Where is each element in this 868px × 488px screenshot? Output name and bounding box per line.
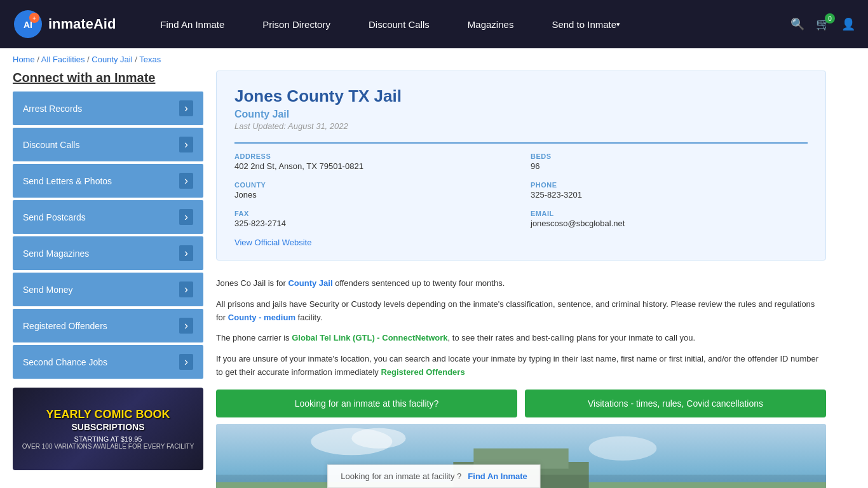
gtl-link[interactable]: Global Tel Link (GTL) - ConnectNetwork bbox=[292, 333, 447, 342]
sidebar-item-second-chance-jobs[interactable]: Second Chance Jobs › bbox=[13, 345, 203, 379]
address-block: ADDRESS 402 2nd St, Anson, TX 79501-0821 bbox=[234, 152, 512, 171]
registered-offenders-link[interactable]: Registered Offenders bbox=[381, 367, 465, 377]
county-label: COUNTY bbox=[234, 181, 512, 189]
phone-block: PHONE 325-823-3201 bbox=[531, 181, 808, 200]
arrow-icon-send-letters: › bbox=[179, 173, 193, 189]
sidebar-label-send-letters: Send Letters & Photos bbox=[23, 176, 112, 186]
fax-label: FAX bbox=[234, 210, 512, 217]
nav-find-inmate[interactable]: Find An Inmate bbox=[141, 0, 243, 48]
ad-title-line2: SUBSCRIPTIONS bbox=[71, 422, 144, 433]
sidebar-title: Connect with an Inmate bbox=[13, 71, 203, 85]
svg-text:+: + bbox=[32, 15, 36, 22]
svg-point-6 bbox=[351, 428, 405, 448]
desc-p3: The phone carrier is Global Tel Link (GT… bbox=[216, 332, 826, 345]
bottom-promo-link[interactable]: Find An Inmate bbox=[468, 471, 527, 481]
desc-p2: All prisons and jails have Security or C… bbox=[216, 298, 826, 325]
county-block: COUNTY Jones bbox=[234, 181, 512, 200]
svg-point-7 bbox=[589, 436, 657, 460]
ad-title-line4: OVER 100 VARIATIONS AVAILABLE FOR EVERY … bbox=[22, 443, 194, 450]
search-icon: 🔍 bbox=[790, 18, 804, 30]
desc-p1: Jones Co Jail is for County Jail offende… bbox=[216, 277, 826, 290]
fax-value: 325-823-2714 bbox=[234, 219, 512, 228]
search-button[interactable]: 🔍 bbox=[790, 17, 804, 31]
email-value: jonescoso@sbcglobal.net bbox=[531, 219, 808, 228]
sidebar-item-send-magazines[interactable]: Send Magazines › bbox=[13, 236, 203, 270]
sidebar: Connect with an Inmate Arrest Records › … bbox=[13, 71, 203, 488]
fax-block: FAX 325-823-2714 bbox=[234, 210, 512, 228]
ad-title-line3: STARTING AT $19.95 bbox=[74, 435, 142, 443]
info-grid: ADDRESS 402 2nd St, Anson, TX 79501-0821… bbox=[234, 142, 808, 228]
main-layout: Connect with an Inmate Arrest Records › … bbox=[0, 71, 839, 488]
user-button[interactable]: 👤 bbox=[841, 17, 855, 31]
content-area: Jones County TX Jail County Jail Last Up… bbox=[216, 71, 826, 488]
sidebar-item-discount-calls[interactable]: Discount Calls › bbox=[13, 128, 203, 161]
facility-name: Jones County TX Jail bbox=[234, 86, 808, 106]
arrow-icon-second-chance-jobs: › bbox=[179, 354, 193, 370]
logo-icon: AI + bbox=[13, 9, 43, 39]
email-block: EMAIL jonescoso@sbcglobal.net bbox=[531, 210, 808, 228]
beds-value: 96 bbox=[531, 161, 808, 171]
arrow-icon-send-postcards: › bbox=[179, 209, 193, 225]
sidebar-item-send-letters[interactable]: Send Letters & Photos › bbox=[13, 164, 203, 198]
sidebar-label-send-money: Send Money bbox=[23, 285, 73, 295]
email-label: EMAIL bbox=[531, 210, 808, 217]
sidebar-item-send-money[interactable]: Send Money › bbox=[13, 273, 203, 306]
sidebar-label-send-magazines: Send Magazines bbox=[23, 248, 89, 259]
nav-send-to-inmate[interactable]: Send to Inmate bbox=[532, 0, 639, 48]
sidebar-label-arrest-records: Arrest Records bbox=[23, 104, 82, 114]
arrow-icon-registered-offenders: › bbox=[179, 318, 193, 334]
breadcrumb-texas[interactable]: Texas bbox=[139, 55, 161, 64]
description-area: Jones Co Jail is for County Jail offende… bbox=[216, 271, 826, 424]
sidebar-item-arrest-records[interactable]: Arrest Records › bbox=[13, 92, 203, 125]
beds-block: BEDS 96 bbox=[531, 152, 808, 171]
logo-text: inmateAid bbox=[48, 16, 116, 32]
sidebar-label-registered-offenders: Registered Offenders bbox=[23, 321, 107, 331]
nav-magazines[interactable]: Magazines bbox=[449, 0, 533, 48]
user-icon: 👤 bbox=[841, 18, 855, 30]
nav-discount-calls[interactable]: Discount Calls bbox=[349, 0, 449, 48]
breadcrumb: Home / All Facilities / County Jail / Te… bbox=[0, 48, 868, 71]
cart-button[interactable]: 🛒 0 bbox=[816, 17, 830, 31]
county-value: Jones bbox=[234, 190, 512, 200]
facility-card: Jones County TX Jail County Jail Last Up… bbox=[216, 71, 826, 261]
find-inmate-button[interactable]: Looking for an inmate at this facility? bbox=[216, 390, 517, 417]
bottom-promo-bar: Looking for an inmate at facility ? Find… bbox=[327, 464, 540, 488]
breadcrumb-home[interactable]: Home bbox=[13, 55, 35, 64]
address-label: ADDRESS bbox=[234, 152, 512, 160]
arrow-icon-send-magazines: › bbox=[179, 245, 193, 261]
county-jail-link[interactable]: County Jail bbox=[288, 278, 332, 288]
logo-area[interactable]: AI + inmateAid bbox=[13, 9, 116, 39]
sidebar-item-send-postcards[interactable]: Send Postcards › bbox=[13, 200, 203, 234]
facility-updated: Last Updated: August 31, 2022 bbox=[234, 121, 808, 131]
nav-links: Find An Inmate Prison Directory Discount… bbox=[141, 0, 790, 48]
nav-prison-directory[interactable]: Prison Directory bbox=[243, 0, 349, 48]
cart-count: 0 bbox=[825, 13, 835, 24]
beds-label: BEDS bbox=[531, 152, 808, 160]
address-value: 402 2nd St, Anson, TX 79501-0821 bbox=[234, 161, 512, 171]
sidebar-label-send-postcards: Send Postcards bbox=[23, 212, 86, 222]
breadcrumb-county-jail[interactable]: County Jail bbox=[92, 55, 132, 64]
sidebar-item-registered-offenders[interactable]: Registered Offenders › bbox=[13, 309, 203, 342]
bottom-promo-text: Looking for an inmate at facility ? bbox=[341, 471, 461, 481]
action-buttons: Looking for an inmate at this facility? … bbox=[216, 390, 826, 417]
view-website-link[interactable]: View Official Website bbox=[234, 238, 311, 247]
sidebar-label-discount-calls: Discount Calls bbox=[23, 140, 79, 150]
county-medium-link[interactable]: County - medium bbox=[228, 313, 295, 322]
sidebar-label-second-chance-jobs: Second Chance Jobs bbox=[23, 357, 107, 367]
arrow-icon-discount-calls: › bbox=[179, 137, 193, 152]
arrow-icon-arrest-records: › bbox=[179, 100, 193, 116]
ad-title-line1: YEARLY COMIC BOOK bbox=[46, 408, 170, 422]
facility-type: County Jail bbox=[234, 109, 808, 120]
nav-icons: 🔍 🛒 0 👤 bbox=[790, 17, 855, 31]
arrow-icon-send-money: › bbox=[179, 281, 193, 297]
desc-p4: If you are unsure of your inmate's locat… bbox=[216, 353, 826, 379]
top-navigation: AI + inmateAid Find An Inmate Prison Dir… bbox=[0, 0, 868, 48]
visitations-button[interactable]: Visitations - times, rules, Covid cancel… bbox=[525, 390, 826, 417]
phone-label: PHONE bbox=[531, 181, 808, 189]
breadcrumb-all-facilities[interactable]: All Facilities bbox=[41, 55, 85, 64]
ad-banner[interactable]: YEARLY COMIC BOOK SUBSCRIPTIONS STARTING… bbox=[13, 388, 203, 470]
phone-value: 325-823-3201 bbox=[531, 190, 808, 200]
